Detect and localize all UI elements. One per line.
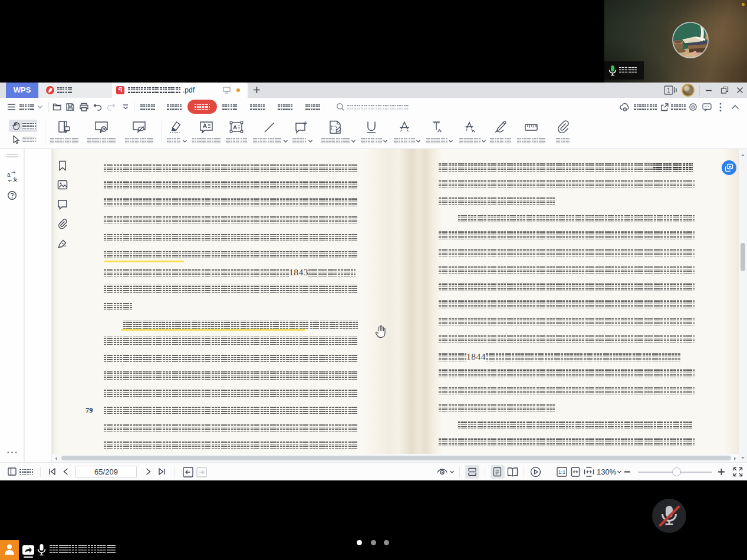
- svg-text:1: 1: [667, 87, 670, 94]
- svg-text:1:1: 1:1: [558, 469, 565, 475]
- svg-text:a: a: [7, 172, 11, 178]
